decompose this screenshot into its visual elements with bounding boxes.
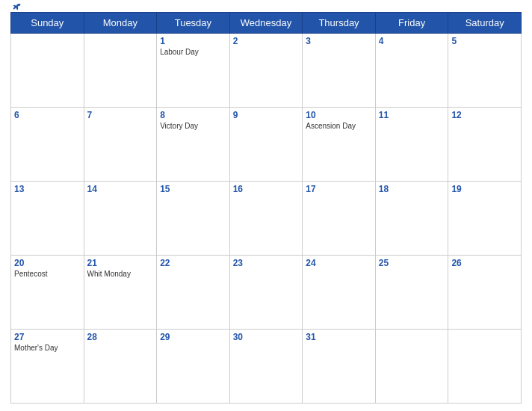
calendar-cell: 5: [448, 34, 522, 108]
calendar-cell: 27Mother's Day: [11, 330, 84, 404]
calendar-wrapper: SundayMondayTuesdayWednesdayThursdayFrid…: [0, 0, 532, 411]
calendar-cell: 9: [229, 108, 303, 182]
weekday-header-wednesday: Wednesday: [229, 13, 303, 34]
calendar-cell: 2: [229, 34, 303, 108]
weekday-header-tuesday: Tuesday: [157, 13, 230, 34]
calendar-cell: 8Victory Day: [157, 108, 230, 182]
logo-blue-text: [10, 2, 22, 13]
day-number: 2: [233, 36, 300, 46]
day-number: 28: [87, 332, 154, 342]
day-number: 1: [160, 36, 226, 46]
day-number: 26: [451, 258, 518, 268]
day-number: 12: [451, 110, 518, 120]
day-number: 7: [87, 110, 154, 120]
day-number: 31: [306, 332, 372, 342]
holiday-name: Pentecost: [14, 270, 81, 278]
day-number: 8: [160, 110, 226, 120]
calendar-cell: 22: [157, 256, 230, 330]
calendar-cell: 11: [375, 108, 448, 182]
calendar-table: SundayMondayTuesdayWednesdayThursdayFrid…: [10, 12, 522, 404]
day-number: 9: [233, 110, 300, 120]
weekday-header-monday: Monday: [84, 13, 157, 34]
holiday-name: Victory Day: [160, 122, 226, 130]
day-number: 20: [14, 258, 81, 268]
calendar-cell: 16: [229, 182, 303, 256]
calendar-cell: 12: [448, 108, 522, 182]
logo: [10, 2, 22, 13]
week-row-2: 13141516171819: [11, 182, 522, 256]
calendar-cell: 28: [84, 330, 157, 404]
holiday-name: Ascension Day: [306, 122, 372, 130]
holiday-name: Whit Monday: [87, 270, 154, 278]
day-number: 15: [160, 184, 226, 194]
day-number: 3: [306, 36, 372, 46]
calendar-cell: 17: [303, 182, 376, 256]
day-number: 23: [233, 258, 300, 268]
day-number: 24: [306, 258, 372, 268]
day-number: 14: [87, 184, 154, 194]
calendar-cell: 3: [303, 34, 376, 108]
calendar-cell: 31: [303, 330, 376, 404]
calendar-cell: 25: [375, 256, 448, 330]
day-number: 6: [14, 110, 81, 120]
calendar-cell: 15: [157, 182, 230, 256]
day-number: 17: [306, 184, 372, 194]
calendar-cell: 18: [375, 182, 448, 256]
calendar-cell: 19: [448, 182, 522, 256]
day-number: 18: [379, 184, 445, 194]
day-number: 16: [233, 184, 300, 194]
calendar-cell: 29: [157, 330, 230, 404]
calendar-cell: [375, 330, 448, 404]
holiday-name: Labour Day: [160, 48, 226, 56]
weekday-header-saturday: Saturday: [448, 13, 522, 34]
calendar-cell: 21Whit Monday: [84, 256, 157, 330]
day-number: 25: [379, 258, 445, 268]
week-row-0: 1Labour Day2345: [11, 34, 522, 108]
week-row-3: 20Pentecost21Whit Monday2223242526: [11, 256, 522, 330]
calendar-cell: 6: [11, 108, 84, 182]
day-number: 13: [14, 184, 81, 194]
day-number: 10: [306, 110, 372, 120]
calendar-cell: [84, 34, 157, 108]
calendar-cell: 14: [84, 182, 157, 256]
calendar-cell: 1Labour Day: [157, 34, 230, 108]
calendar-cell: 24: [303, 256, 376, 330]
week-row-4: 27Mother's Day28293031: [11, 330, 522, 404]
day-number: 21: [87, 258, 154, 268]
calendar-cell: 26: [448, 256, 522, 330]
calendar-cell: 23: [229, 256, 303, 330]
calendar-cell: 4: [375, 34, 448, 108]
day-number: 27: [14, 332, 81, 342]
holiday-name: Mother's Day: [14, 344, 81, 352]
calendar-cell: [448, 330, 522, 404]
calendar-cell: 13: [11, 182, 84, 256]
day-number: 29: [160, 332, 226, 342]
day-number: 5: [451, 36, 518, 46]
weekday-header-sunday: Sunday: [11, 13, 84, 34]
weekday-header-friday: Friday: [375, 13, 448, 34]
calendar-cell: 10Ascension Day: [303, 108, 376, 182]
day-number: 11: [379, 110, 445, 120]
day-number: 4: [379, 36, 445, 46]
logo-bird-icon: [12, 2, 22, 13]
calendar-cell: [11, 34, 84, 108]
weekday-header-thursday: Thursday: [303, 13, 376, 34]
calendar-cell: 20Pentecost: [11, 256, 84, 330]
day-number: 30: [233, 332, 300, 342]
day-number: 19: [451, 184, 518, 194]
calendar-cell: 7: [84, 108, 157, 182]
day-number: 22: [160, 258, 226, 268]
weekday-header-row: SundayMondayTuesdayWednesdayThursdayFrid…: [11, 13, 522, 34]
week-row-1: 678Victory Day910Ascension Day1112: [11, 108, 522, 182]
calendar-cell: 30: [229, 330, 303, 404]
